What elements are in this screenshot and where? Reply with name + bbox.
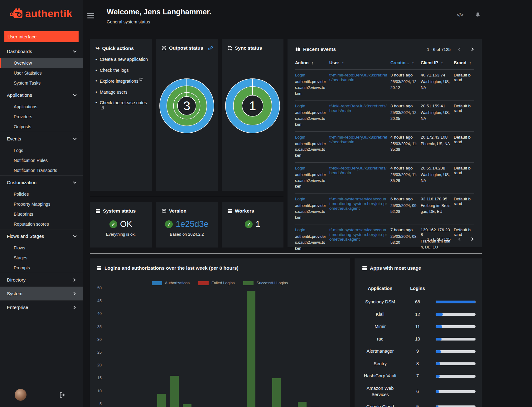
- event-action-link[interactable]: Login: [295, 228, 305, 232]
- sidebar-group-customization[interactable]: Customization: [0, 176, 83, 189]
- sidebar-item-overview[interactable]: Overview: [0, 58, 83, 68]
- event-action-link[interactable]: Login: [295, 73, 305, 77]
- event-action-link[interactable]: Login: [295, 197, 305, 201]
- event-action-link[interactable]: Login: [295, 166, 305, 170]
- events-column-brand[interactable]: Brand↕: [454, 60, 474, 70]
- usage-progress-bar: [436, 325, 476, 328]
- sort-icon[interactable]: ↕: [441, 61, 443, 65]
- sidebar-group-label: Applications: [7, 92, 32, 98]
- sidebar-group-label: Customization: [7, 180, 36, 185]
- sidebar-item-providers[interactable]: Providers: [0, 112, 83, 122]
- app-logins: 5: [404, 401, 431, 407]
- sidebar-group-applications[interactable]: Applications: [0, 88, 83, 102]
- workers-card: Workers ✓ 1: [222, 202, 283, 248]
- bullet-icon: •: [95, 67, 97, 74]
- apps-usage-card: Apps with most usage Application Logins …: [355, 258, 482, 407]
- pagination-next-button[interactable]: [469, 237, 474, 242]
- sidebar-item-user-statistics[interactable]: User Statistics: [0, 68, 83, 78]
- usage-progress-fill: [436, 405, 438, 407]
- chevron-down-icon: [73, 49, 76, 52]
- legend-item-successful-logins[interactable]: Successful Logins: [243, 281, 288, 285]
- version-value[interactable]: 1e25d3e: [176, 219, 208, 229]
- event-context: authentik.providers.oauth2.views.token: [295, 203, 327, 220]
- quick-action-link[interactable]: Check the logs: [100, 67, 129, 74]
- quick-action-link[interactable]: Explore integrations: [100, 78, 143, 85]
- quick-action-link[interactable]: Check the release notes: [100, 100, 149, 113]
- event-user-link[interactable]: tf-mimir-system:serviceaccount:monitorin…: [329, 228, 387, 242]
- sidebar-item-blueprints[interactable]: Blueprints: [0, 209, 83, 219]
- events-column-creatio[interactable]: Creatio...↑: [390, 60, 421, 70]
- event-user-cell: tf-loki-repo:BeryJu/k8s:ref:refs/heads/m…: [329, 101, 390, 131]
- sort-icon[interactable]: ↕: [312, 61, 314, 65]
- menu-icon[interactable]: [87, 13, 94, 20]
- event-action-cell: Loginauthentik.providers.oauth2.views.to…: [295, 101, 329, 131]
- sidebar-nav: DashboardsOverviewUser StatisticsSystem …: [0, 45, 83, 385]
- sidebar-item-flows[interactable]: Flows: [0, 243, 83, 253]
- legend-item-authorizations[interactable]: Authorizations: [152, 281, 190, 285]
- pagination-prev-button[interactable]: [457, 237, 462, 242]
- event-user-link[interactable]: tf-mimir-repo:BeryJu/k8s:ref:refs/heads/…: [329, 73, 387, 82]
- app-logins: 11: [404, 321, 431, 333]
- header-icons: </>: [457, 12, 481, 18]
- user-interface-button[interactable]: User interface: [4, 31, 79, 42]
- sidebar-section-directory: Directory: [0, 273, 83, 287]
- code-icon[interactable]: </>: [457, 12, 463, 18]
- sidebar-group-flows-and-stages[interactable]: Flows and Stages: [0, 229, 83, 243]
- sort-icon[interactable]: ↕: [342, 61, 344, 65]
- event-relative-time: 3 hours ago: [390, 104, 418, 108]
- sidebar-item-notification-transports[interactable]: Notification Transports: [0, 165, 83, 175]
- sort-asc-icon[interactable]: ↑: [412, 61, 414, 65]
- app-usage-row: Sentry8: [356, 358, 480, 370]
- bell-icon[interactable]: [475, 12, 481, 18]
- event-action-link[interactable]: Login: [295, 104, 305, 108]
- app-usage-row: Kiali12: [356, 308, 480, 321]
- sidebar-item-outposts[interactable]: Outposts: [0, 122, 83, 132]
- event-row: Loginauthentik.providers.oauth2.views.to…: [295, 70, 474, 101]
- avatar[interactable]: [15, 389, 27, 401]
- event-user-link[interactable]: tf-mimir-repo:BeryJu/k8s:ref:refs/heads/…: [329, 135, 387, 144]
- sync-donut-chart: 1: [225, 78, 280, 133]
- sidebar-item-logs[interactable]: Logs: [0, 145, 83, 155]
- link-icon[interactable]: [208, 46, 213, 51]
- event-user-cell: tf-mimir-system:serviceaccount:monitorin…: [329, 224, 390, 255]
- sidebar-group-label: Dashboards: [7, 49, 32, 54]
- pagination-range: 1 - 6 of 7125: [427, 237, 451, 242]
- sidebar-item-stages[interactable]: Stages: [0, 253, 83, 263]
- sidebar-item-reputation-scores[interactable]: Reputation scores: [0, 219, 83, 229]
- events-column-user[interactable]: User↕: [329, 60, 390, 70]
- workers-title: Workers: [222, 202, 283, 214]
- sidebar-item-property-mappings[interactable]: Property Mappings: [0, 199, 83, 209]
- sidebar-item-system-tasks[interactable]: System Tasks: [0, 78, 83, 88]
- event-action-link[interactable]: Login: [295, 135, 305, 140]
- events-column-clientip[interactable]: Client IP↕: [421, 60, 454, 70]
- event-row: Loginauthentik.providers.oauth2.views.to…: [295, 194, 474, 224]
- bullet-icon: •: [95, 78, 97, 85]
- sidebar-group-events[interactable]: Events: [0, 132, 83, 145]
- legend-item-failed-logins[interactable]: Failed Logins: [198, 281, 235, 285]
- sidebar-group-dashboards[interactable]: Dashboards: [0, 45, 83, 58]
- pagination-next-button[interactable]: [469, 47, 474, 52]
- events-pagination-bottom: 1 - 6 of 7125: [427, 237, 474, 242]
- sidebar-item-prompts[interactable]: Prompts: [0, 263, 83, 273]
- event-user-link[interactable]: tf-loki-repo:BeryJu/k8s:ref:refs/heads/m…: [329, 166, 387, 175]
- usage-progress-bar: [436, 301, 476, 303]
- quick-action-link[interactable]: Create a new application: [100, 56, 148, 63]
- sidebar-item-applications[interactable]: Applications: [0, 102, 83, 112]
- logout-icon[interactable]: [59, 392, 65, 398]
- pagination-prev-button[interactable]: [457, 47, 462, 52]
- sidebar-item-policies[interactable]: Policies: [0, 189, 83, 199]
- event-user-link[interactable]: tf-mimir-system:serviceaccount:monitorin…: [329, 197, 387, 211]
- chevron-right-icon: [72, 306, 75, 309]
- sort-icon[interactable]: ↕: [469, 61, 471, 65]
- app-usage-bar-cell: [431, 321, 480, 333]
- sidebar-group-enterprise[interactable]: Enterprise: [0, 301, 83, 314]
- sidebar-group-system[interactable]: System: [0, 287, 83, 300]
- event-geo: Freiburg im Breisgau, DE, EU: [421, 203, 451, 215]
- events-column-action[interactable]: Action↕: [295, 60, 329, 70]
- app-usage-row: rac10: [356, 333, 480, 346]
- app-logins: 12: [404, 308, 431, 321]
- event-user-link[interactable]: tf-loki-repo:BeryJu/k8s:ref:refs/heads/m…: [329, 104, 387, 113]
- sidebar-item-notification-rules[interactable]: Notification Rules: [0, 155, 83, 165]
- sidebar-group-directory[interactable]: Directory: [0, 273, 83, 287]
- quick-action-link[interactable]: Manage users: [100, 89, 128, 96]
